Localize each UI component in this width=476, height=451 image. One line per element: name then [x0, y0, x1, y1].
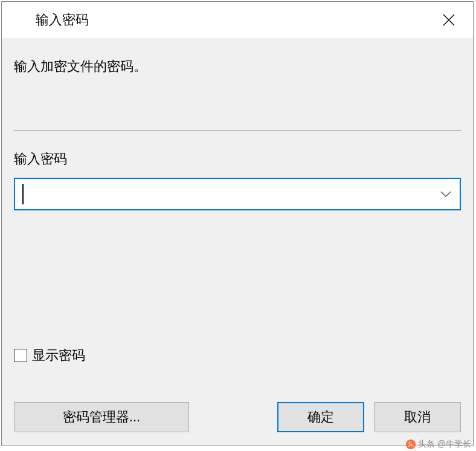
watermark-icon: 头 [406, 440, 416, 449]
password-manager-button[interactable]: 密码管理器... [14, 402, 189, 432]
show-password-row: 显示密码 [14, 346, 461, 365]
divider [14, 130, 461, 131]
instruction-text: 输入加密文件的密码。 [14, 57, 461, 76]
spacer [14, 210, 461, 342]
button-row: 密码管理器... 确定 取消 [14, 402, 461, 446]
password-input[interactable] [15, 179, 432, 209]
watermark: 头 头条 @牛学长 [406, 439, 471, 450]
cancel-button[interactable]: 取消 [374, 402, 461, 432]
watermark-text: @牛学长 [437, 439, 471, 450]
titlebar: 输入密码 [2, 2, 473, 38]
show-password-label: 显示密码 [32, 346, 85, 365]
close-icon [442, 13, 456, 27]
text-cursor [22, 184, 24, 204]
password-dialog: 输入密码 输入加密文件的密码。 输入密码 [1, 1, 474, 446]
show-password-checkbox[interactable] [14, 349, 27, 362]
chevron-down-icon [440, 191, 451, 197]
ok-button[interactable]: 确定 [277, 402, 364, 432]
password-field-label: 输入密码 [14, 150, 461, 168]
close-button[interactable] [437, 8, 461, 32]
password-input-wrapper [14, 178, 461, 210]
watermark-prefix: 头条 [418, 439, 435, 450]
password-dropdown-button[interactable] [432, 179, 460, 209]
dialog-title: 输入密码 [36, 11, 89, 29]
dialog-content: 输入加密文件的密码。 输入密码 显示密码 密码管理器... 确定 取消 [2, 38, 473, 446]
